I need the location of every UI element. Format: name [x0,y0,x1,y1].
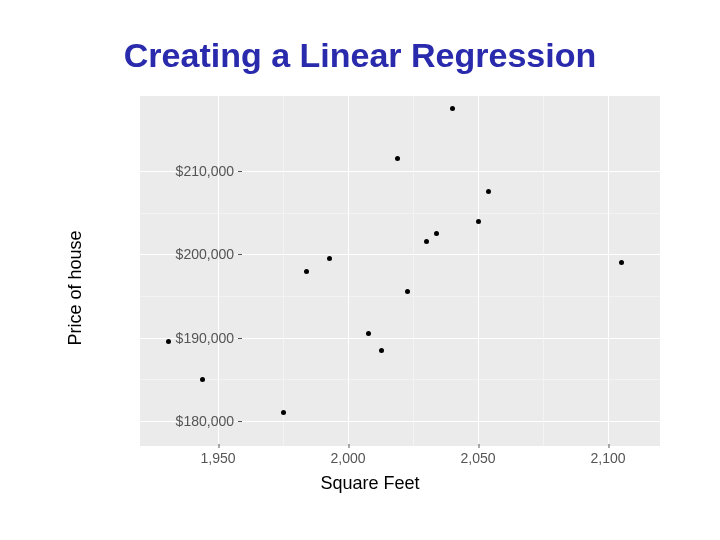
data-point [327,256,332,261]
data-point [450,106,455,111]
data-point [395,156,400,161]
y-tick-label: $200,000 [114,246,234,262]
grid-line-v [608,96,609,446]
plot-area [140,96,660,446]
grid-line-v [218,96,219,446]
grid-line-v-minor [283,96,284,446]
y-axis-label: Price of house [65,230,86,345]
x-tick-label: 2,050 [460,450,495,466]
grid-line-v [478,96,479,446]
slide: Creating a Linear Regression Price of ho… [0,0,720,540]
data-point [486,189,491,194]
y-tick-label: $190,000 [114,330,234,346]
y-tick-label: $180,000 [114,413,234,429]
data-point [304,269,309,274]
data-point [366,331,371,336]
y-tick-label: $210,000 [114,163,234,179]
grid-line-v-minor [543,96,544,446]
data-point [619,260,624,265]
data-point [424,239,429,244]
chart: Price of house Square Feet $180,000$190,… [60,88,680,488]
data-point [476,219,481,224]
data-point [200,377,205,382]
page-title: Creating a Linear Regression [0,36,720,75]
grid-line-v [348,96,349,446]
x-axis-label: Square Feet [320,473,419,494]
x-tick-label: 2,100 [590,450,625,466]
data-point [405,289,410,294]
data-point [434,231,439,236]
x-tick-label: 1,950 [200,450,235,466]
grid-line-v-minor [413,96,414,446]
data-point [379,348,384,353]
x-tick-label: 2,000 [330,450,365,466]
data-point [281,410,286,415]
